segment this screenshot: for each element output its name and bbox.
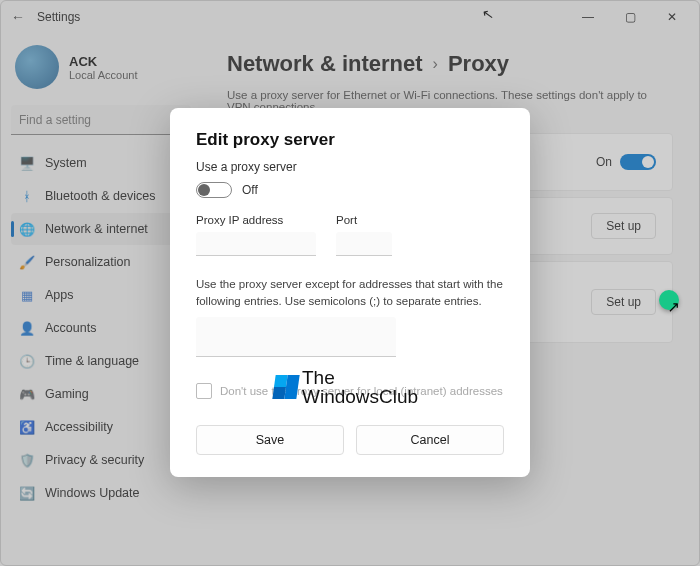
local-intranet-checkbox[interactable] bbox=[196, 383, 212, 399]
ip-label: Proxy IP address bbox=[196, 214, 316, 226]
exceptions-text: Use the proxy server except for addresse… bbox=[196, 276, 504, 309]
modal-overlay: Edit proxy server Use a proxy server Off… bbox=[0, 0, 700, 566]
save-button[interactable]: Save bbox=[196, 425, 344, 455]
proxy-ip-input[interactable] bbox=[196, 232, 316, 256]
proxy-port-input[interactable] bbox=[336, 232, 392, 256]
proxy-toggle-label: Off bbox=[242, 183, 258, 197]
local-intranet-label: Don't use the proxy server for local (in… bbox=[220, 385, 503, 397]
modal-subtitle: Use a proxy server bbox=[196, 160, 504, 174]
edit-proxy-modal: Edit proxy server Use a proxy server Off… bbox=[170, 108, 530, 477]
exceptions-input[interactable] bbox=[196, 317, 396, 357]
port-label: Port bbox=[336, 214, 392, 226]
proxy-toggle[interactable] bbox=[196, 182, 232, 198]
modal-title: Edit proxy server bbox=[196, 130, 504, 150]
cancel-button[interactable]: Cancel bbox=[356, 425, 504, 455]
